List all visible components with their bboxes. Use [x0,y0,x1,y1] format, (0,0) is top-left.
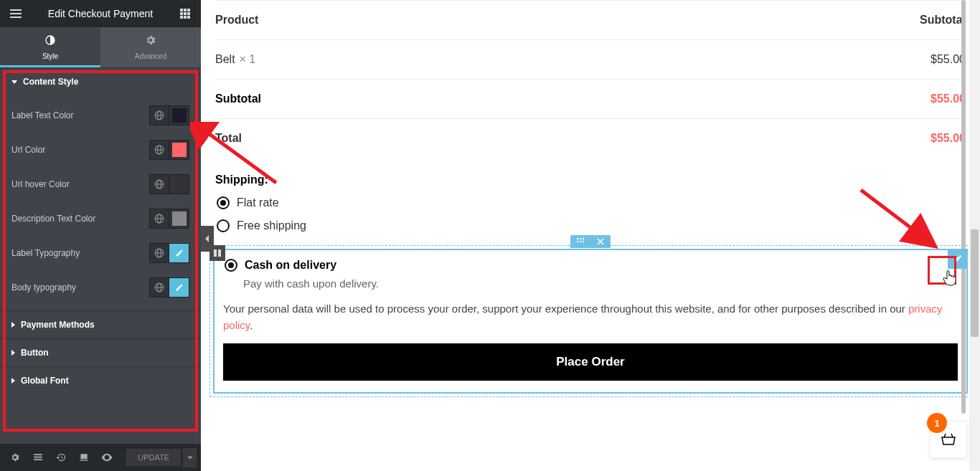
section-header-payment-methods[interactable]: Payment Methods [0,311,201,338]
privacy-text: Your personal data will be used to proce… [223,301,958,333]
svg-point-21 [577,241,578,242]
control-label: Label Text Color [11,110,74,120]
section-header-content-style[interactable]: Content Style [0,68,201,95]
subtotal-column-header: Subtotal [920,14,966,27]
global-typography-icon[interactable] [149,243,169,263]
product-price: $55.00 [930,53,966,66]
edit-typography-icon[interactable] [169,243,189,263]
radio-icon [217,219,230,232]
order-summary-table: Product Subtotal Belt× 1 $55.00 Subtotal… [215,0,966,158]
subtotal-label: Subtotal [215,92,261,105]
section-button: Button [0,338,201,366]
payment-option-cod[interactable]: Cash on delivery [225,259,958,272]
editor-sidebar: Edit Checkout Payment Style Advanced Con… [0,0,201,471]
shipping-option-label: Free shipping [237,219,306,232]
global-typography-icon[interactable] [149,277,169,298]
control-body-typography: Body typography [0,270,201,305]
privacy-post-text: . [250,319,253,331]
shipping-heading: Shipping: [215,173,971,186]
chevron-right-icon [11,322,15,328]
control-label-text-color: Label Text Color [0,98,201,133]
shipping-option-label: Flat rate [237,196,279,209]
table-header-row: Product Subtotal [215,0,966,40]
color-picker[interactable] [169,140,189,160]
global-color-icon[interactable] [149,140,169,160]
shipping-option-free[interactable]: Free shipping [217,219,971,232]
control-label: Description Text Color [11,214,95,224]
edit-typography-icon[interactable] [169,277,189,298]
edit-widget-icon[interactable] [948,249,968,269]
chevron-right-icon [11,378,15,384]
global-color-icon[interactable] [149,105,169,125]
responsive-icon[interactable] [73,447,95,468]
section-global-font: Global Font [0,366,201,394]
global-color-icon[interactable] [149,209,169,229]
section-label: Button [21,348,49,358]
canvas-scrollbar[interactable] [961,0,967,414]
collapse-panel-icon[interactable] [201,226,214,252]
section-label: Global Font [21,376,69,386]
hamburger-icon[interactable] [6,4,26,24]
privacy-pre-text: Your personal data will be used to proce… [223,303,908,315]
total-row: Total $55.00 [215,119,966,158]
history-icon[interactable] [50,447,72,468]
color-picker[interactable] [169,105,189,125]
subtotal-value: $55.00 [930,92,966,105]
payment-option-description: Pay with cash upon delivery. [243,277,958,290]
svg-point-19 [580,238,581,239]
section-header-global-font[interactable]: Global Font [0,367,201,394]
svg-rect-24 [214,249,217,257]
total-label: Total [215,132,242,145]
radio-icon [225,259,237,272]
sidebar-title: Edit Checkout Payment [26,8,175,19]
svg-point-23 [583,241,584,242]
preview-icon[interactable] [96,447,118,468]
product-name: Belt [215,53,235,65]
control-url-color: Url Color [0,133,201,167]
payment-option-label: Cash on delivery [245,259,336,272]
product-row: Belt× 1 $55.00 [215,40,966,80]
chevron-right-icon [11,350,15,356]
sidebar-sections: Content Style Label Text Color Url Color [0,67,201,444]
place-order-button[interactable]: Place Order [223,343,958,381]
sidebar-header: Edit Checkout Payment [0,0,201,27]
control-label: Url hover Color [11,179,70,189]
subtotal-row: Subtotal $55.00 [215,80,966,119]
payment-section-wrapper: Cash on delivery Pay with cash upon deli… [209,245,971,397]
control-label: Body typography [11,282,76,292]
update-button[interactable]: UPDATE [126,449,181,466]
svg-point-22 [580,241,581,242]
control-label: Url Color [11,145,45,155]
color-picker[interactable] [169,174,189,194]
control-label: Label Typography [11,248,80,258]
control-label-typography: Label Typography [0,236,201,270]
shipping-option-flat-rate[interactable]: Flat rate [217,196,971,209]
navigator-icon[interactable] [27,447,49,468]
section-payment-methods: Payment Methods [0,310,201,338]
section-header-button[interactable]: Button [0,339,201,366]
window-scrollbar[interactable] [969,0,980,471]
section-content-style: Content Style Label Text Color Url Color [0,67,201,310]
tab-advanced-label: Advanced [135,52,166,60]
svg-rect-25 [218,249,221,257]
control-description-text-color: Description Text Color [0,201,201,236]
control-url-hover-color: Url hover Color [0,167,201,201]
update-options-icon[interactable] [182,448,197,467]
panel-tabs: Style Advanced [0,27,201,67]
tab-style[interactable]: Style [0,27,100,67]
cart-count-badge: 1 [927,413,947,433]
settings-icon[interactable] [4,447,26,468]
product-quantity: × 1 [240,53,256,65]
tab-style-label: Style [42,52,58,60]
section-label: Payment Methods [21,320,95,330]
widgets-panel-icon[interactable] [175,4,195,24]
product-column-header: Product [215,14,258,27]
tab-advanced[interactable]: Advanced [100,27,201,67]
svg-point-18 [577,238,578,239]
chevron-down-icon [11,80,17,84]
svg-point-20 [583,238,584,239]
color-picker[interactable] [169,209,189,229]
global-color-icon[interactable] [149,174,169,194]
editor-canvas: Product Subtotal Belt× 1 $55.00 Subtotal… [201,0,980,471]
radio-icon [217,196,230,209]
